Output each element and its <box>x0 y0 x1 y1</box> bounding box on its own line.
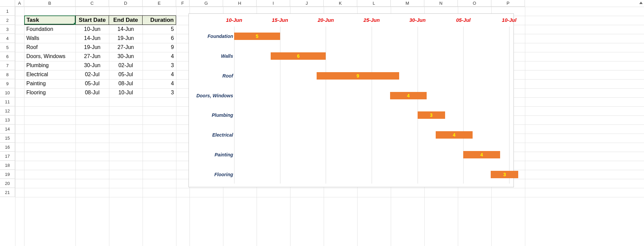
cell-task[interactable]: Plumbing <box>24 61 76 70</box>
cell-end[interactable]: 02-Jul <box>109 61 143 70</box>
chart-bar[interactable]: 3 <box>491 171 518 178</box>
scroll-up-icon[interactable] <box>639 1 643 5</box>
column-header-O[interactable]: O <box>458 0 491 7</box>
cell-task[interactable]: Roof <box>24 43 76 52</box>
cell-end[interactable]: 30-Jun <box>109 52 143 61</box>
cell-task[interactable]: Foundation <box>24 25 76 34</box>
row-header-9[interactable]: 9 <box>0 79 15 88</box>
cell-start[interactable]: 08-Jul <box>75 88 109 97</box>
cell-end[interactable]: 05-Jul <box>109 70 143 79</box>
column-header-C[interactable]: C <box>75 0 109 7</box>
row-header-18[interactable]: 18 <box>0 161 15 170</box>
chart-task-row: Flooring3 <box>189 164 514 184</box>
row-header-3[interactable]: 3 <box>0 25 15 34</box>
cell-duration[interactable]: 3 <box>143 88 176 97</box>
column-header-E[interactable]: E <box>143 0 176 7</box>
header-task[interactable]: Task <box>24 16 76 25</box>
table-row[interactable]: Roof19-Jun27-Jun9 <box>24 43 176 52</box>
cell-end[interactable]: 14-Jun <box>109 25 143 34</box>
cell-end[interactable]: 08-Jul <box>109 79 143 88</box>
column-header-A[interactable]: A <box>15 0 24 7</box>
cell-start[interactable]: 02-Jul <box>75 70 109 79</box>
column-header-K[interactable]: K <box>324 0 357 7</box>
cell-duration[interactable]: 9 <box>143 43 176 52</box>
table-row[interactable]: Painting05-Jul08-Jul4 <box>24 79 176 88</box>
cell-start[interactable]: 10-Jun <box>75 25 109 34</box>
table-row[interactable]: Doors, Windows27-Jun30-Jun4 <box>24 52 176 61</box>
row-headers: 123456789101112131415161718192021 <box>0 7 15 197</box>
x-tick-label: 10-Jun <box>226 17 242 23</box>
chart-task-label: Painting <box>192 152 233 157</box>
chart-bar[interactable]: 6 <box>271 52 326 60</box>
column-header-P[interactable]: P <box>491 0 525 7</box>
cell-start[interactable]: 05-Jul <box>75 79 109 88</box>
table-row[interactable]: Walls14-Jun19-Jun6 <box>24 34 176 43</box>
row-header-15[interactable]: 15 <box>0 134 15 143</box>
cell-end[interactable]: 10-Jul <box>109 88 143 97</box>
cell-start[interactable]: 30-Jun <box>75 61 109 70</box>
column-header-L[interactable]: L <box>357 0 391 7</box>
row-header-20[interactable]: 20 <box>0 179 15 188</box>
cell-end[interactable]: 19-Jun <box>109 34 143 43</box>
column-header-I[interactable]: I <box>257 0 290 7</box>
cell-start[interactable]: 14-Jun <box>75 34 109 43</box>
cell-duration[interactable]: 4 <box>143 79 176 88</box>
row-header-12[interactable]: 12 <box>0 106 15 115</box>
column-header-M[interactable]: M <box>391 0 424 7</box>
header-end[interactable]: End Date <box>109 16 143 25</box>
row-header-7[interactable]: 7 <box>0 61 15 70</box>
cell-duration[interactable]: 6 <box>143 34 176 43</box>
row-header-8[interactable]: 8 <box>0 70 15 79</box>
row-header-10[interactable]: 10 <box>0 88 15 97</box>
cell-task[interactable]: Walls <box>24 34 76 43</box>
row-header-19[interactable]: 19 <box>0 170 15 179</box>
chart-bar[interactable]: 4 <box>463 151 500 158</box>
column-header-F[interactable]: F <box>176 0 190 7</box>
chart-task-label: Electrical <box>192 132 233 138</box>
cell-duration[interactable]: 5 <box>143 25 176 34</box>
chart-bar[interactable]: 9 <box>317 72 399 80</box>
cell-end[interactable]: 27-Jun <box>109 43 143 52</box>
cell-task[interactable]: Electrical <box>24 70 76 79</box>
column-header-G[interactable]: G <box>190 0 223 7</box>
chart-bar[interactable]: 3 <box>418 111 445 119</box>
row-header-11[interactable]: 11 <box>0 97 15 106</box>
chart-bar[interactable]: 4 <box>390 92 427 99</box>
chart-bar[interactable]: 5 <box>234 33 280 40</box>
cell-duration[interactable]: 4 <box>143 70 176 79</box>
column-header-B[interactable]: B <box>24 0 75 7</box>
table-row[interactable]: Flooring08-Jul10-Jul3 <box>24 88 176 97</box>
cell-task[interactable]: Doors, Windows <box>24 52 76 61</box>
column-header-J[interactable]: J <box>290 0 324 7</box>
row-header-2[interactable]: 2 <box>0 16 15 25</box>
row-header-21[interactable]: 21 <box>0 188 15 197</box>
row-header-16[interactable]: 16 <box>0 143 15 152</box>
chart-task-label: Plumbing <box>192 112 233 118</box>
cell-duration[interactable]: 4 <box>143 52 176 61</box>
row-header-13[interactable]: 13 <box>0 115 15 125</box>
table-row[interactable]: Plumbing30-Jun02-Jul3 <box>24 61 176 70</box>
column-header-N[interactable]: N <box>424 0 458 7</box>
select-all-corner[interactable] <box>0 0 15 7</box>
row-header-6[interactable]: 6 <box>0 52 15 61</box>
chart-task-label: Roof <box>192 73 233 79</box>
column-header-D[interactable]: D <box>109 0 143 7</box>
header-start[interactable]: Start Date <box>75 16 109 25</box>
cell-start[interactable]: 19-Jun <box>75 43 109 52</box>
cell-task[interactable]: Flooring <box>24 88 76 97</box>
row-header-14[interactable]: 14 <box>0 125 15 134</box>
row-header-17[interactable]: 17 <box>0 152 15 161</box>
cell-start[interactable]: 27-Jun <box>75 52 109 61</box>
cell-duration[interactable]: 3 <box>143 61 176 70</box>
x-tick-label: 30-Jun <box>409 17 425 23</box>
chart-bar[interactable]: 4 <box>436 131 472 139</box>
header-duration[interactable]: Duration <box>143 16 176 25</box>
cell-task[interactable]: Painting <box>24 79 76 88</box>
table-row[interactable]: Foundation10-Jun14-Jun5 <box>24 25 176 34</box>
column-header-H[interactable]: H <box>223 0 257 7</box>
row-header-5[interactable]: 5 <box>0 43 15 52</box>
table-row[interactable]: Electrical02-Jul05-Jul4 <box>24 70 176 79</box>
row-header-1[interactable]: 1 <box>0 7 15 16</box>
gantt-chart[interactable]: 10-Jun15-Jun20-Jun25-Jun30-Jun05-Jul10-J… <box>189 13 514 187</box>
row-header-4[interactable]: 4 <box>0 34 15 43</box>
